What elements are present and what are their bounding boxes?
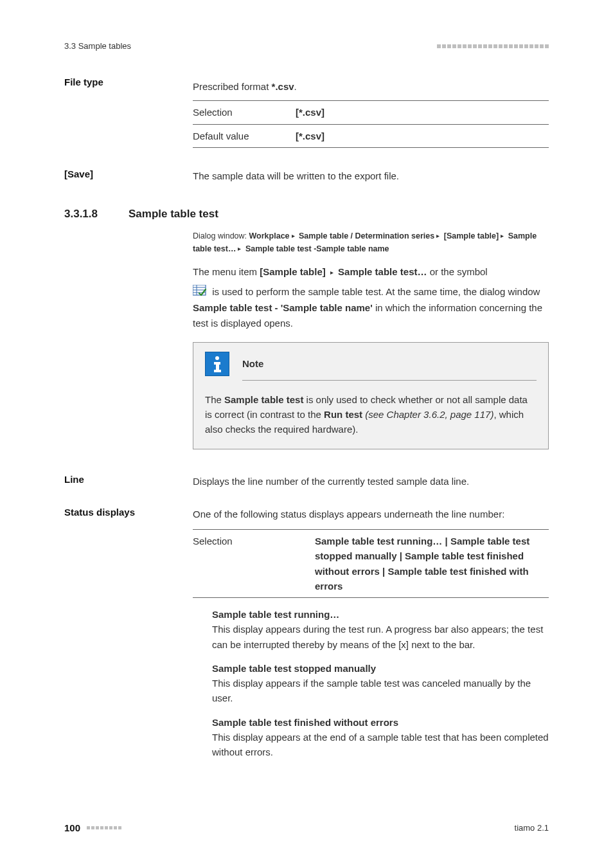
save-block: [Save] The sample data will be written t… [64, 168, 549, 183]
svg-rect-8 [214, 370, 221, 372]
text-bold: Run test [324, 409, 362, 420]
chevron-right-icon: ▸ [501, 231, 504, 241]
text-bold: Sample table test - 'Sample table name' [193, 302, 373, 313]
section-number: 3.3.1.8 [64, 208, 129, 221]
status-def-body: This display appears at the end of a sam… [212, 730, 549, 760]
status-def-title: Sample table test stopped manually [212, 661, 549, 676]
line-body: Displays the line number of the currentl… [193, 474, 549, 489]
footer-product: tiamo 2.1 [515, 823, 549, 833]
body-paragraph: The menu item [Sample table] ▸ Sample ta… [193, 264, 549, 279]
body-paragraph: is used to perform the sample table test… [193, 284, 549, 330]
line-block: Line Displays the line number of the cur… [64, 474, 549, 489]
chevron-right-icon: ▸ [238, 244, 241, 254]
kv-key: Default value [193, 129, 296, 143]
breadcrumb: Dialog window: Workplace▸ Sample table /… [193, 230, 549, 255]
kv-val: [*.csv] [296, 129, 324, 143]
chevron-right-icon: ▸ [330, 267, 333, 278]
status-intro: One of the following status displays app… [193, 507, 549, 521]
status-definition: Sample table test running… This display … [212, 607, 549, 652]
header-dots [437, 44, 549, 48]
text-italic: (see Chapter 3.6.2, page 117) [362, 409, 493, 420]
divider [193, 529, 549, 530]
svg-point-5 [215, 356, 219, 360]
page-footer: 100 tiamo 2.1 [64, 822, 549, 833]
header-section: 3.3 Sample tables [64, 41, 131, 51]
save-body: The sample data will be written to the e… [193, 168, 549, 183]
prescribed-suffix: . [294, 81, 297, 92]
divider [193, 124, 549, 125]
section-heading: 3.3.1.8 Sample table test [64, 208, 549, 221]
prescribed-format-text: Prescribed format *.csv. [193, 79, 549, 94]
status-def-body: This display appears during the test run… [212, 622, 549, 652]
kv-key: Selection [193, 534, 315, 548]
breadcrumb-prefix: Dialog window: [193, 231, 249, 240]
breadcrumb-part: Sample table / Determination series [299, 231, 434, 240]
status-def-body: This display appears if the sample table… [212, 676, 549, 706]
prescribed-prefix: Prescribed format [193, 81, 272, 92]
status-selection-values: Sample table test running… | Sample tabl… [315, 534, 549, 593]
page-number: 100 [64, 822, 80, 833]
text: The menu item [193, 266, 260, 277]
text-bold: Sample table test [224, 394, 303, 405]
status-definition: Sample table test finished without error… [212, 715, 549, 760]
breadcrumb-part: Sample table test -Sample table name [245, 244, 389, 253]
status-def-title: Sample table test running… [212, 607, 549, 622]
kv-row: Default value [*.csv] [193, 127, 549, 145]
status-definition: Sample table test stopped manually This … [212, 661, 549, 706]
file-type-label: File type [64, 77, 193, 150]
kv-row: Selection [*.csv] [193, 104, 549, 121]
prescribed-bold: *.csv [272, 81, 294, 92]
status-block: Status displays One of the following sta… [64, 507, 549, 760]
status-def-title: Sample table test finished without error… [212, 715, 549, 730]
svg-rect-7 [216, 362, 219, 371]
status-option: Sample table test running… [315, 536, 442, 547]
divider [193, 100, 549, 101]
note-title: Note [242, 356, 263, 371]
kv-val: [*.csv] [296, 105, 324, 120]
section-title: Sample table test [129, 208, 549, 221]
status-label: Status displays [64, 507, 193, 760]
info-icon [205, 352, 229, 376]
section-body: Dialog window: Workplace▸ Sample table /… [64, 226, 549, 456]
divider [242, 380, 537, 381]
note-text: The Sample table test is only used to ch… [205, 392, 537, 437]
line-label: Line [64, 474, 193, 489]
text-bold: [Sample table] [260, 266, 326, 277]
text: is used to perform the sample table test… [212, 286, 540, 297]
divider [193, 597, 549, 598]
kv-key: Selection [193, 105, 296, 120]
footer-dots [87, 826, 121, 829]
sample-table-test-icon [193, 285, 207, 300]
breadcrumb-part: [Sample table] [444, 231, 499, 240]
text: The [205, 394, 224, 405]
note-box: Note The Sample table test is only used … [193, 342, 549, 449]
file-type-block: File type Prescribed format *.csv. Selec… [64, 77, 549, 150]
text: or the symbol [427, 266, 487, 277]
text-bold: Sample table test… [338, 266, 427, 277]
page-header: 3.3 Sample tables [64, 41, 549, 51]
kv-row: Selection Sample table test running… | S… [193, 532, 549, 595]
breadcrumb-part: Workplace [249, 231, 290, 240]
chevron-right-icon: ▸ [292, 231, 295, 241]
save-label: [Save] [64, 168, 193, 183]
divider [193, 147, 549, 148]
chevron-right-icon: ▸ [436, 231, 440, 241]
